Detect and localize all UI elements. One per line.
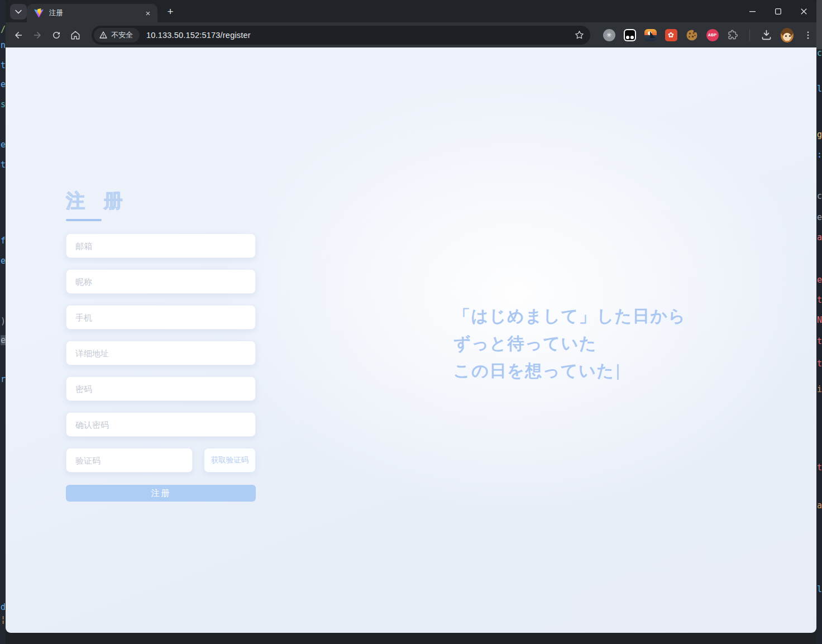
minimize-button[interactable] [739, 0, 765, 22]
url-text: 10.133.50.152:5173/register [146, 31, 251, 40]
tampermonkey-icon [624, 29, 636, 41]
active-tab[interactable]: 注册 × [27, 4, 157, 22]
download-icon [761, 29, 772, 41]
registration-form: 注 册 获取验证码 注册 [66, 188, 256, 502]
forward-button[interactable] [28, 26, 47, 45]
security-label: 不安全 [111, 30, 133, 40]
lyrics-line-3: この日を想っていた| [453, 357, 686, 384]
page-title: 注 册 [66, 188, 256, 214]
browser-toolbar: 不安全 10.133.50.152:5173/register ✳ ✿ [6, 22, 816, 47]
extension-tampermonkey[interactable] [623, 28, 636, 41]
reload-button[interactable] [47, 26, 66, 45]
extension-sunset-picture[interactable] [644, 28, 657, 41]
profile-avatar[interactable] [781, 28, 794, 41]
page-content: 注 册 获取验证码 注册 「はじめまして」した日から ずっと待っていた この日を… [6, 47, 816, 633]
kebab-menu-icon [803, 30, 813, 40]
phone-field[interactable] [66, 305, 256, 330]
lyrics-line-1: 「はじめまして」した日から [453, 302, 686, 330]
title-underline [66, 219, 102, 221]
tab-title: 注册 [49, 8, 143, 18]
back-icon [13, 30, 23, 40]
new-tab-button[interactable]: + [163, 4, 178, 19]
forward-icon [32, 30, 42, 40]
confirm-password-field[interactable] [66, 412, 256, 437]
nickname-field[interactable] [66, 269, 256, 294]
extensions-row: ✳ ✿ [603, 28, 814, 41]
extension-adblock-plus[interactable]: ABP [706, 28, 719, 41]
address-bar[interactable]: 不安全 10.133.50.152:5173/register [92, 26, 590, 45]
home-icon [70, 30, 80, 40]
avatar-image [781, 28, 794, 42]
captcha-row: 获取验证码 [66, 448, 256, 473]
back-button[interactable] [9, 26, 28, 45]
grey-sphere-icon: ✳ [603, 29, 615, 41]
extension-red-flower[interactable]: ✿ [665, 28, 677, 41]
maximize-icon [775, 8, 781, 15]
get-captcha-button[interactable]: 获取验证码 [204, 448, 256, 473]
lyrics-text: 「はじめまして」した日から ずっと待っていた この日を想っていた| [453, 302, 686, 384]
editor-strip-left: /ntesetfe)erd¦ [0, 0, 6, 644]
tab-strip: 注册 × + [6, 0, 816, 22]
abp-icon: ABP [706, 29, 719, 41]
window-controls [739, 0, 816, 22]
sunset-picture-icon [644, 29, 657, 41]
close-window-button[interactable] [791, 0, 816, 22]
lyrics-line-2: ずっと待っていた [453, 330, 686, 357]
extension-grey-sphere[interactable]: ✳ [603, 28, 615, 41]
password-field[interactable] [66, 376, 256, 401]
vite-favicon-icon [34, 8, 44, 18]
toolbar-divider [749, 30, 750, 41]
maximize-button[interactable] [765, 0, 791, 22]
browser-menu-button[interactable] [801, 28, 814, 41]
address-field[interactable] [66, 341, 256, 365]
reload-icon [51, 30, 61, 40]
security-chip[interactable]: 不安全 [94, 28, 140, 42]
chevron-down-icon [15, 9, 22, 14]
cookie-icon [686, 29, 698, 41]
tab-search-button[interactable] [10, 4, 27, 20]
register-button[interactable]: 注册 [66, 485, 256, 502]
home-button[interactable] [66, 26, 85, 45]
editor-strip-right: cllg:ceaetNttitale [816, 0, 822, 644]
minimize-icon [749, 8, 756, 15]
email-field[interactable] [66, 233, 256, 258]
tab-close-button[interactable]: × [143, 8, 153, 18]
typing-cursor: | [615, 361, 620, 380]
downloads-button[interactable] [760, 28, 773, 41]
close-icon [801, 8, 807, 15]
browser-window: 注册 × + [6, 0, 816, 633]
puzzle-icon [727, 29, 739, 41]
bookmark-star-icon[interactable] [574, 30, 585, 40]
warning-icon [99, 31, 107, 39]
captcha-field[interactable] [66, 448, 193, 473]
red-flower-icon: ✿ [665, 29, 677, 41]
extension-cookie-editor[interactable] [685, 28, 698, 41]
extensions-menu-button[interactable] [727, 28, 739, 41]
